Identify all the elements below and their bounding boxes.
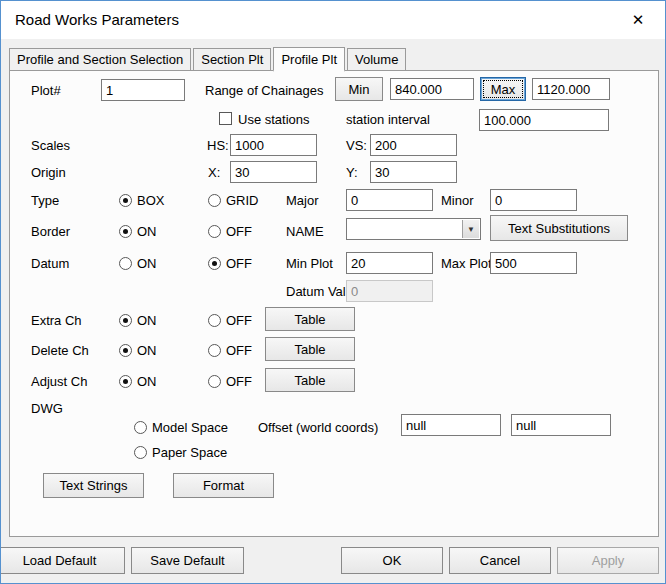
datum-off-radio[interactable] [208,257,221,270]
delete-ch-table-button[interactable]: Table [265,337,355,361]
dwg-label: DWG [31,401,63,416]
type-box-radio[interactable] [119,194,132,207]
delete-ch-off-radio[interactable] [208,344,221,357]
profile-plt-panel [9,70,659,537]
save-default-button[interactable]: Save Default [131,547,244,574]
close-button[interactable]: ✕ [623,7,653,33]
adjust-ch-off-radio[interactable] [208,375,221,388]
minor-label: Minor [441,193,474,208]
origin-y-label: Y: [346,165,358,180]
major-input[interactable] [346,189,433,211]
extra-ch-label: Extra Ch [31,313,82,328]
name-label: NAME [286,224,324,239]
extra-ch-off-radio[interactable] [208,314,221,327]
tab-strip: Profile and Section Selection Section Pl… [9,46,408,70]
offset-x-input[interactable] [401,414,501,436]
adjust-ch-on-radio[interactable] [119,375,132,388]
offset-y-input[interactable] [511,414,611,436]
border-off-radio[interactable] [208,225,221,238]
max-plot-input[interactable] [490,252,577,274]
type-grid-label[interactable]: GRID [226,193,259,208]
min-plot-input[interactable] [346,252,433,274]
load-default-button[interactable]: Load Default [0,547,125,574]
model-space-label[interactable]: Model Space [152,420,228,435]
chevron-down-icon: ▼ [467,225,475,234]
plot-input[interactable] [101,79,185,101]
datum-on-label[interactable]: ON [137,256,157,271]
paper-space-label[interactable]: Paper Space [152,445,227,460]
plot-label: Plot# [31,83,61,98]
close-icon: ✕ [632,11,645,29]
use-stations-checkbox[interactable] [219,112,232,125]
tab-volume[interactable]: Volume [347,48,406,70]
station-interval-input[interactable] [479,109,609,131]
station-interval-label: station interval [346,112,430,127]
min-chainage-input[interactable] [390,78,474,100]
ok-button[interactable]: OK [341,547,443,574]
window-title: Road Works Parameters [15,11,179,28]
extra-ch-off-label[interactable]: OFF [226,313,252,328]
extra-ch-on-radio[interactable] [119,314,132,327]
min-chainage-button[interactable]: Min [335,77,383,101]
origin-y-input[interactable] [370,161,457,183]
delete-ch-label: Delete Ch [31,343,89,358]
min-plot-label: Min Plot [286,256,333,271]
max-chainage-input[interactable] [532,78,610,100]
paper-space-radio[interactable] [134,446,147,459]
cancel-button[interactable]: Cancel [449,547,551,574]
hs-input[interactable] [230,134,317,156]
datum-val-label: Datum Val [286,284,346,299]
datum-off-label[interactable]: OFF [226,256,252,271]
border-on-label[interactable]: ON [137,224,157,239]
delete-ch-off-label[interactable]: OFF [226,343,252,358]
text-strings-button[interactable]: Text Strings [43,473,144,498]
type-box-label[interactable]: BOX [137,193,164,208]
datum-label: Datum [31,256,69,271]
datum-on-radio[interactable] [119,257,132,270]
offset-world-coords-label: Offset (world coords) [258,420,378,435]
origin-x-label: X: [208,165,220,180]
major-label: Major [286,193,319,208]
adjust-ch-label: Adjust Ch [31,374,87,389]
use-stations-label[interactable]: Use stations [238,112,310,127]
border-on-radio[interactable] [119,225,132,238]
extra-ch-table-button[interactable]: Table [265,307,355,331]
road-works-parameters-dialog: Road Works Parameters ✕ Profile and Sect… [0,0,666,584]
vs-input[interactable] [370,134,457,156]
border-label: Border [31,224,70,239]
extra-ch-on-label[interactable]: ON [137,313,157,328]
origin-x-input[interactable] [230,161,317,183]
apply-button: Apply [557,547,659,574]
title-bar: Road Works Parameters ✕ [1,1,665,39]
max-chainage-button[interactable]: Max [480,77,526,101]
minor-input[interactable] [490,189,577,211]
vs-label: VS: [346,138,367,153]
border-off-label[interactable]: OFF [226,224,252,239]
tab-section-plt[interactable]: Section Plt [193,48,271,70]
adjust-ch-off-label[interactable]: OFF [226,374,252,389]
adjust-ch-table-button[interactable]: Table [265,368,355,392]
max-plot-label: Max Plot [441,256,492,271]
tab-profile-plt[interactable]: Profile Plt [273,47,345,72]
delete-ch-on-radio[interactable] [119,344,132,357]
delete-ch-on-label[interactable]: ON [137,343,157,358]
scales-label: Scales [31,138,70,153]
adjust-ch-on-label[interactable]: ON [137,374,157,389]
range-of-chainages-label: Range of Chainages [205,83,324,98]
tab-profile-and-section-selection[interactable]: Profile and Section Selection [9,48,191,70]
format-button[interactable]: Format [173,473,274,498]
model-space-radio[interactable] [134,421,147,434]
type-label: Type [31,193,59,208]
origin-label: Origin [31,165,66,180]
name-combobox[interactable]: ▼ [346,218,481,240]
datum-val-input [346,280,433,302]
text-substitutions-button[interactable]: Text Substitutions [490,215,628,241]
hs-label: HS: [207,138,229,153]
type-grid-radio[interactable] [208,194,221,207]
combobox-dropdown-button[interactable]: ▼ [462,220,479,238]
